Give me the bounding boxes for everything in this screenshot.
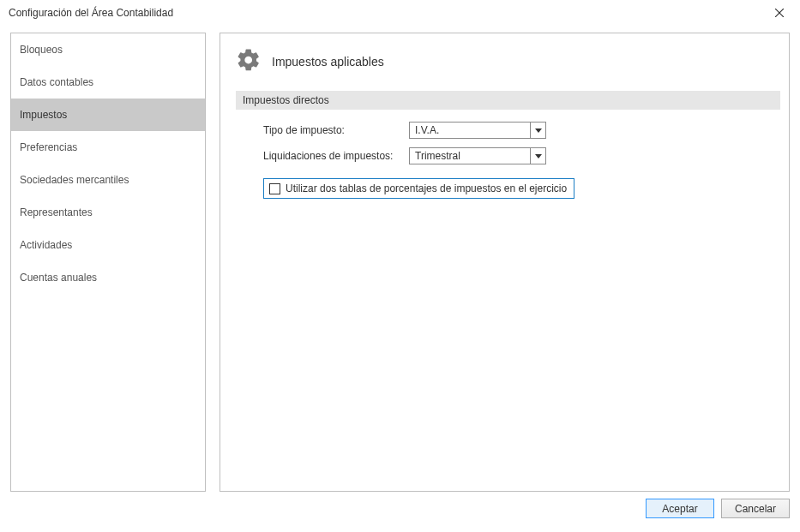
sidebar-item-label: Preferencias: [20, 141, 77, 153]
chevron-down-icon: [530, 123, 545, 138]
sidebar-item-sociedades-mercantiles[interactable]: Sociedades mercantiles: [11, 164, 205, 196]
tipo-combo-value: I.V.A.: [410, 123, 530, 138]
sidebar-item-impuestos[interactable]: Impuestos: [11, 99, 205, 131]
titlebar: Configuración del Área Contabilidad: [0, 0, 800, 26]
checkbox-label: Utilizar dos tablas de porcentajes de im…: [286, 182, 567, 194]
sidebar-item-preferencias[interactable]: Preferencias: [11, 131, 205, 164]
form-row-liquidaciones: Liquidaciones de impuestos: Trimestral: [263, 147, 780, 164]
window-title: Configuración del Área Contabilidad: [9, 7, 173, 19]
sidebar-item-label: Bloqueos: [20, 44, 63, 56]
panel-header: Impuestos aplicables: [236, 47, 780, 75]
liquidaciones-combo-value: Trimestral: [410, 148, 530, 164]
accept-button[interactable]: Aceptar: [646, 499, 714, 518]
svg-marker-3: [535, 154, 542, 158]
content-area: BloqueosDatos contablesImpuestosPreferen…: [0, 26, 800, 495]
checkbox-box: [269, 183, 280, 194]
checkbox-two-tables[interactable]: Utilizar dos tablas de porcentajes de im…: [263, 178, 574, 199]
tipo-label: Tipo de impuesto:: [263, 124, 409, 136]
sidebar-item-label: Sociedades mercantiles: [20, 174, 129, 186]
sidebar-item-actividades[interactable]: Actividades: [11, 229, 205, 261]
form-area: Tipo de impuesto: I.V.A. Liquidaciones d…: [236, 122, 780, 199]
liquidaciones-label: Liquidaciones de impuestos:: [263, 150, 409, 162]
sidebar-item-label: Actividades: [20, 239, 72, 251]
sidebar-item-label: Impuestos: [20, 109, 67, 121]
section-header: Impuestos directos: [236, 91, 780, 110]
sidebar: BloqueosDatos contablesImpuestosPreferen…: [10, 33, 206, 492]
sidebar-item-label: Cuentas anuales: [20, 272, 97, 284]
sidebar-item-label: Representantes: [20, 206, 93, 218]
chevron-down-icon: [530, 148, 545, 164]
sidebar-item-label: Datos contables: [20, 76, 93, 88]
sidebar-item-cuentas-anuales[interactable]: Cuentas anuales: [11, 261, 205, 294]
panel-title: Impuestos aplicables: [272, 55, 384, 69]
form-row-tipo: Tipo de impuesto: I.V.A.: [263, 122, 780, 139]
sidebar-item-representantes[interactable]: Representantes: [11, 196, 205, 229]
cancel-button[interactable]: Cancelar: [721, 499, 790, 518]
main-panel: Impuestos aplicables Impuestos directos …: [220, 33, 790, 492]
sidebar-item-datos-contables[interactable]: Datos contables: [11, 66, 205, 99]
close-button[interactable]: [766, 3, 793, 23]
gear-icon: [236, 47, 262, 75]
button-bar: Aceptar Cancelar: [0, 495, 800, 527]
tipo-combo[interactable]: I.V.A.: [409, 122, 546, 139]
sidebar-item-bloqueos[interactable]: Bloqueos: [11, 33, 205, 66]
close-icon: [775, 9, 784, 17]
svg-marker-2: [535, 129, 542, 133]
liquidaciones-combo[interactable]: Trimestral: [409, 147, 546, 164]
